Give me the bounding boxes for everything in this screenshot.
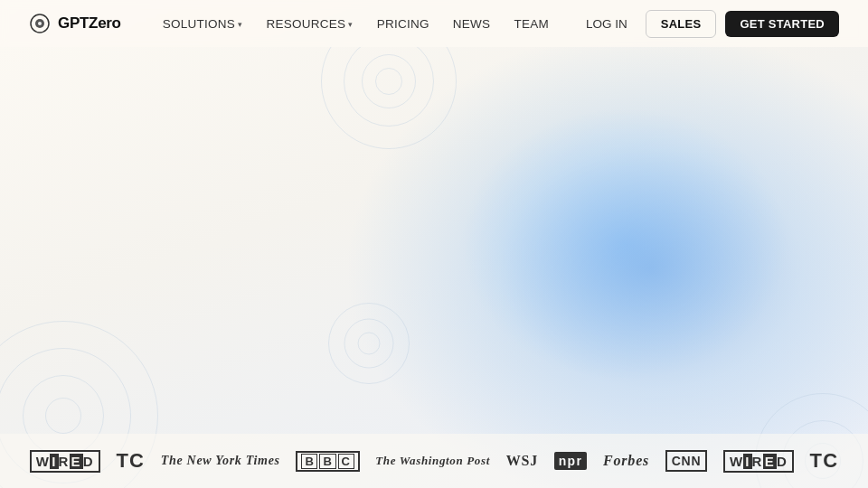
techcrunch-logo-2: TC [810,449,839,473]
nav-pricing[interactable]: PRICING [368,12,439,36]
nav-resources[interactable]: RESOURCES ▾ [257,12,362,36]
forbes-logo: Forbes [603,453,649,469]
nav-right: LOG IN SALES GET STARTED [577,10,839,38]
wsj-logo: WSJ [506,453,538,469]
nav-solutions[interactable]: SOLUTIONS ▾ [154,12,252,36]
npr-logo: npr [554,452,588,470]
nyt-logo: The New York Times [161,454,280,468]
svg-point-2 [38,22,42,25]
nav-news[interactable]: NEWS [444,12,500,36]
wired-logo: WIRED [30,450,100,473]
techcrunch-logo: TC [117,449,146,473]
navbar: GPTZero SOLUTIONS ▾ RESOURCES ▾ PRICING … [0,0,868,47]
get-started-button[interactable]: GET STARTED [725,11,839,37]
brand-logo-strip: WIRED TC The New York Times B B C The Wa… [0,434,868,488]
nav-links: SOLUTIONS ▾ RESOURCES ▾ PRICING NEWS TEA… [154,12,577,36]
logo[interactable]: GPTZero [29,13,121,34]
chevron-down-icon: ▾ [238,20,242,29]
main-content [0,47,868,434]
gptzero-icon [29,13,51,34]
washington-post-logo: The Washington Post [375,454,490,468]
bbc-logo: B B C [296,451,359,472]
cnn-logo: CNN [665,450,707,472]
sales-button[interactable]: SALES [646,10,717,38]
logo-text: GPTZero [58,14,121,33]
chevron-down-icon: ▾ [348,20,353,29]
login-button[interactable]: LOG IN [577,12,637,36]
wired-logo-2: WIRED [723,450,794,473]
nav-team[interactable]: TEAM [505,12,558,36]
